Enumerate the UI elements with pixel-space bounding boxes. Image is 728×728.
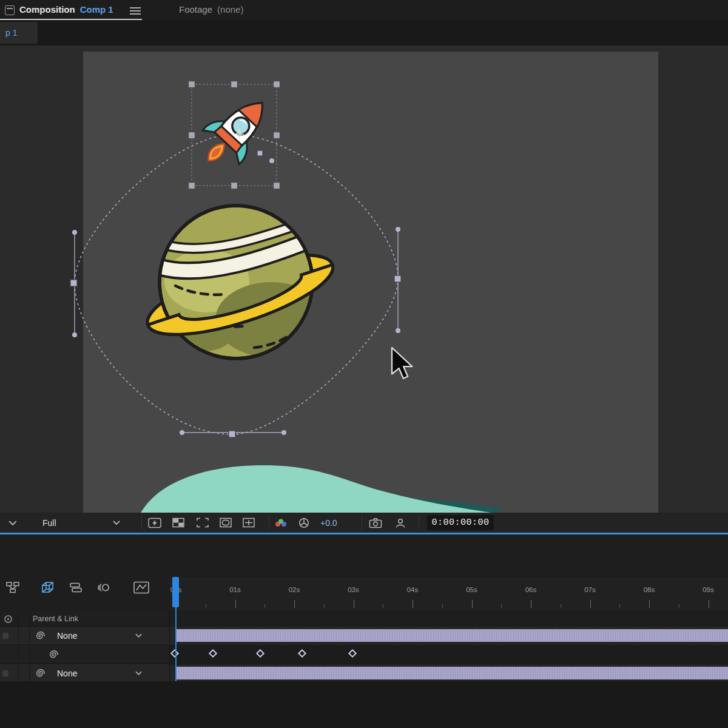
magnification-chevron[interactable] (8, 513, 17, 533)
hill[interactable] (141, 465, 500, 513)
layer-row[interactable]: None (0, 664, 170, 682)
tab-footage[interactable]: Footage(none) (179, 4, 243, 15)
keyframe-track[interactable] (170, 645, 728, 664)
transparency-grid-icon[interactable] (172, 513, 184, 533)
parent-link-icon (4, 615, 13, 624)
composition-viewer (0, 46, 728, 513)
snapshot-icon[interactable] (369, 513, 382, 533)
layer-bar[interactable] (176, 629, 728, 642)
panel-menu-icon[interactable] (130, 5, 141, 15)
chevron-down-icon (113, 521, 120, 525)
tab-composition[interactable]: CompositionComp 1 (19, 4, 113, 15)
ruler-label: 05s (466, 586, 477, 593)
grid-guides-icon[interactable] (243, 513, 255, 533)
resolution-value: Full (42, 518, 56, 528)
timecode-display[interactable]: 0:00:00:00 (427, 515, 494, 530)
show-channel-icon[interactable] (274, 513, 288, 533)
pickwhip-icon[interactable] (49, 649, 59, 660)
region-of-interest-icon[interactable] (197, 513, 209, 533)
layers-icon[interactable] (67, 578, 85, 596)
composition-name: Comp 1 (80, 4, 113, 15)
draft-3d-icon[interactable] (39, 578, 57, 596)
mini-flowchart-icon[interactable] (4, 578, 22, 596)
property-row[interactable] (0, 645, 170, 664)
track-row[interactable] (170, 627, 728, 645)
composition-label: Composition (19, 4, 75, 15)
pickwhip-icon[interactable] (35, 630, 46, 641)
panel-icon (5, 5, 15, 15)
parent-dropdown[interactable]: None (53, 629, 146, 643)
keyframe[interactable] (209, 649, 217, 658)
keyframe[interactable] (256, 649, 265, 658)
keyframe[interactable] (298, 649, 306, 658)
parent-value: None (57, 669, 77, 678)
motion-blur-icon[interactable] (95, 578, 113, 596)
planet[interactable] (140, 206, 341, 359)
layer-switch-icon[interactable] (2, 670, 8, 676)
ruler-label: 04s (407, 586, 419, 593)
keyframe[interactable] (170, 649, 179, 658)
viewer-tab-bar: CompositionComp 1 Footage(none) (0, 0, 728, 21)
canvas-artwork (0, 46, 728, 513)
mask-visibility-icon[interactable] (220, 513, 232, 533)
ruler-label: 03s (348, 586, 359, 593)
parent-dropdown[interactable]: None (53, 666, 146, 681)
parent-link-label: Parent & Link (33, 615, 78, 623)
viewer-toolbar: Full +0.0 (0, 513, 728, 533)
ruler-label: 02s (289, 586, 300, 593)
graph-editor-icon[interactable] (132, 578, 150, 596)
timeline-panel: 00s01s02s03s04s05s06s07s08s09s Parent & … (0, 534, 728, 728)
exposure-value[interactable]: +0.0 (320, 513, 337, 533)
after-effects-window: CompositionComp 1 Footage(none) p 1 (0, 0, 728, 728)
chevron-down-icon (135, 633, 142, 638)
footage-name: (none) (217, 4, 243, 15)
ruler-label: 08s (644, 586, 655, 593)
timeline-tab-strip: p 1 (0, 21, 728, 46)
parent-value: None (57, 631, 77, 641)
ruler-label: 01s (229, 586, 241, 593)
timeline-tracks (170, 611, 728, 681)
time-ruler[interactable]: 00s01s02s03s04s05s06s07s08s09s (170, 577, 728, 611)
timeline-comp-tab[interactable]: p 1 (0, 22, 38, 44)
timeline-bottom-filler (0, 681, 728, 728)
show-snapshot-icon[interactable] (394, 513, 406, 533)
layer-row[interactable]: None (0, 627, 170, 645)
ruler-label: 07s (584, 586, 596, 593)
fast-previews-icon[interactable] (148, 513, 161, 533)
chevron-down-icon (135, 671, 142, 675)
parent-link-header: Parent & Link (0, 611, 170, 627)
layer-bar[interactable] (176, 667, 728, 679)
active-tab-underline (0, 19, 142, 20)
timeline-left-column: Parent & Link None None (0, 611, 170, 681)
rocket[interactable] (190, 86, 280, 177)
playhead-line[interactable] (175, 606, 177, 681)
resolution-dropdown[interactable]: Full (34, 513, 129, 533)
track-row[interactable] (170, 664, 728, 683)
ruler-label: 09s (703, 586, 714, 593)
layer-switch-icon[interactable] (2, 633, 8, 639)
cursor-icon (392, 348, 412, 379)
exposure-icon[interactable] (298, 513, 309, 533)
pickwhip-icon[interactable] (35, 668, 46, 679)
keyframe[interactable] (348, 649, 356, 658)
ruler-label: 06s (525, 586, 537, 593)
footage-label: Footage (179, 4, 212, 15)
playhead-handle[interactable] (172, 577, 179, 607)
